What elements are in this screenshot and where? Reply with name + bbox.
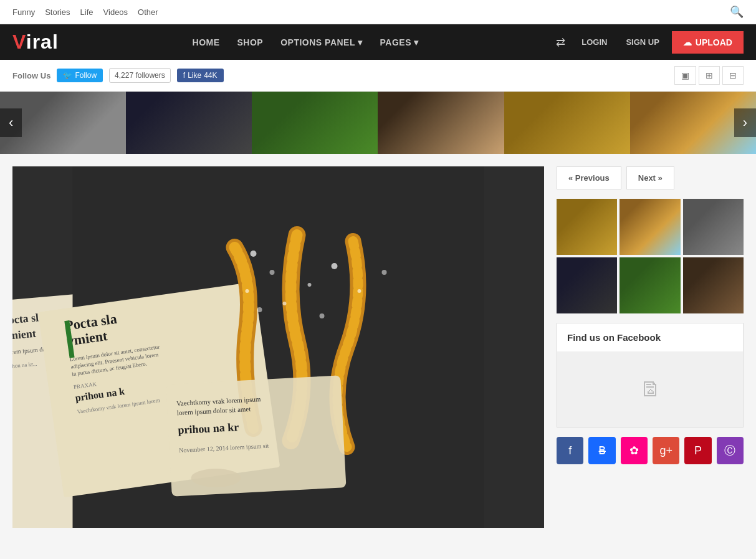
- upload-button[interactable]: ☁ UPLOAD: [672, 31, 744, 54]
- carousel-right-arrow[interactable]: ›: [734, 108, 756, 137]
- options-panel-dropdown: OPTIONS PANEL ▾: [273, 32, 370, 52]
- svg-point-12: [270, 270, 275, 275]
- nav-home[interactable]: HOME: [185, 32, 227, 52]
- instagram-social-button[interactable]: Ⓒ: [717, 437, 744, 464]
- nav-life[interactable]: Life: [80, 7, 93, 17]
- carousel-item-churros[interactable]: [504, 92, 630, 154]
- flickr-social-button[interactable]: ✿: [621, 437, 648, 464]
- main-nav: HOME SHOP OPTIONS PANEL ▾ PAGES ▾: [185, 32, 426, 52]
- main-content: Pocta slavmient Lorem ipsum dolor sit am…: [0, 154, 756, 540]
- top-nav-links: Funny Stories Life Videos Other: [12, 7, 158, 17]
- followers-count: 4,227 followers: [109, 68, 171, 83]
- carousel-track: [0, 92, 756, 154]
- svg-point-13: [308, 283, 312, 287]
- churros-background: Pocta slavmient Lorem ipsum dolor sit am…: [12, 166, 544, 528]
- pages-btn[interactable]: PAGES ▾: [373, 32, 426, 52]
- carousel-item-girl[interactable]: [378, 92, 504, 154]
- thumb-churros[interactable]: [557, 199, 617, 255]
- carousel-item-money[interactable]: [252, 92, 378, 154]
- sidebar: « Previous Next » Find us on Facebook 🖺 …: [557, 166, 744, 528]
- behance-social-button[interactable]: B̶: [588, 437, 615, 464]
- svg-point-19: [251, 251, 257, 257]
- main-header: Viral HOME SHOP OPTIONS PANEL ▾ PAGES ▾ …: [0, 24, 756, 60]
- svg-point-17: [320, 313, 325, 318]
- facebook-header: Find us on Facebook: [557, 323, 743, 352]
- cloud-upload-icon: ☁: [683, 37, 692, 47]
- svg-point-15: [257, 307, 262, 312]
- previous-button[interactable]: « Previous: [557, 166, 621, 189]
- svg-point-11: [246, 289, 249, 293]
- signup-button[interactable]: SIGN UP: [620, 34, 665, 50]
- facebook-like-button[interactable]: f Like 44K: [177, 69, 224, 82]
- thumb-money[interactable]: [620, 257, 680, 313]
- follow-bar: Follow Us 🐦 Follow 4,227 followers f Lik…: [0, 60, 756, 92]
- facebook-social-button[interactable]: f: [557, 437, 583, 464]
- twitter-icon: 🐦: [63, 71, 72, 80]
- twitter-follow-button[interactable]: 🐦 Follow: [57, 69, 103, 82]
- login-button[interactable]: LOGIN: [575, 34, 613, 50]
- svg-point-20: [382, 270, 387, 275]
- image-carousel: ‹ ›: [0, 92, 756, 154]
- svg-point-16: [283, 302, 287, 305]
- top-nav: Funny Stories Life Videos Other 🔍: [0, 0, 756, 24]
- nav-stories[interactable]: Stories: [45, 7, 70, 17]
- nav-videos[interactable]: Videos: [103, 7, 128, 17]
- view-toggles: ▣ ⊞ ⊟: [674, 66, 744, 85]
- follow-bar-left: Follow Us 🐦 Follow 4,227 followers f Lik…: [12, 68, 224, 83]
- carousel-item-hoodie[interactable]: [126, 92, 252, 154]
- follow-us-label: Follow Us: [12, 71, 50, 80]
- facebook-section: Find us on Facebook 🖺: [557, 323, 744, 428]
- nav-shop[interactable]: SHOP: [230, 32, 271, 52]
- thumb-hoodie[interactable]: [557, 257, 617, 313]
- thumb-brush[interactable]: [620, 199, 680, 255]
- churros-svg: Pocta sla vmient Lorem ipsum dolor sit a…: [12, 166, 544, 528]
- google-plus-social-button[interactable]: g+: [653, 437, 679, 464]
- thumb-selfie[interactable]: [683, 199, 744, 255]
- options-panel-btn[interactable]: OPTIONS PANEL ▾: [273, 32, 370, 52]
- svg-point-14: [332, 263, 338, 269]
- pagination-buttons: « Previous Next »: [557, 166, 744, 189]
- search-icon[interactable]: 🔍: [730, 5, 744, 19]
- main-image: Pocta slavmient Lorem ipsum dolor sit am…: [12, 166, 544, 528]
- main-image-area: Pocta slavmient Lorem ipsum dolor sit am…: [12, 166, 544, 528]
- svg-point-18: [358, 289, 361, 293]
- shuffle-icon[interactable]: ⇄: [552, 32, 569, 53]
- nav-other[interactable]: Other: [138, 7, 158, 17]
- next-button[interactable]: Next »: [626, 166, 674, 189]
- broken-image-icon: 🖺: [640, 378, 660, 401]
- nav-funny[interactable]: Funny: [12, 7, 35, 17]
- view-double-button[interactable]: ⊞: [699, 66, 720, 85]
- pinterest-social-button[interactable]: P: [684, 437, 711, 464]
- social-icons-row: f B̶ ✿ g+ P Ⓒ: [557, 437, 744, 464]
- pages-dropdown: PAGES ▾: [373, 32, 426, 52]
- carousel-left-arrow[interactable]: ‹: [0, 108, 22, 137]
- thumbnail-grid: [557, 199, 744, 313]
- facebook-icon: f: [183, 71, 185, 80]
- svg-rect-22: [166, 375, 347, 496]
- view-grid-button[interactable]: ⊟: [722, 66, 744, 85]
- view-single-button[interactable]: ▣: [674, 66, 696, 85]
- header-right: ⇄ LOGIN SIGN UP ☁ UPLOAD: [552, 31, 744, 54]
- logo[interactable]: Viral: [12, 31, 59, 54]
- thumb-girl[interactable]: [683, 257, 744, 313]
- facebook-placeholder: 🖺: [557, 352, 743, 427]
